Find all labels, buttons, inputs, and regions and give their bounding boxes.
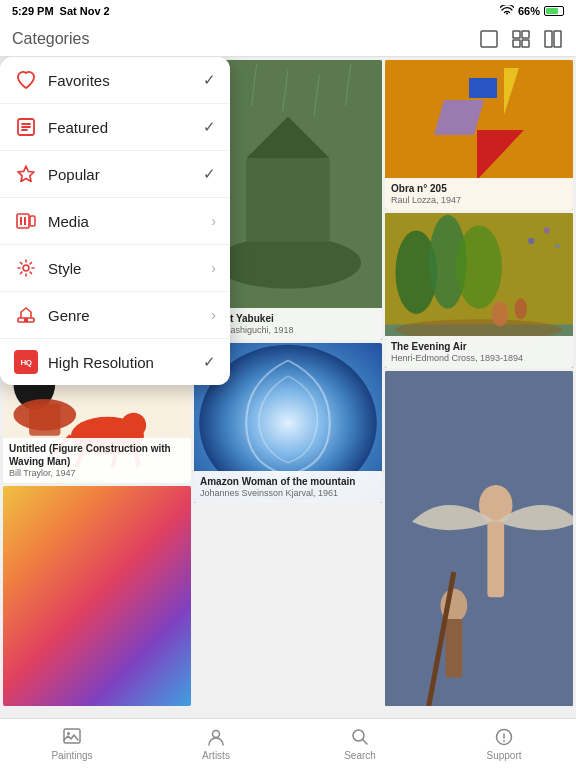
support-icon	[493, 726, 515, 748]
header: Categories	[0, 22, 576, 57]
svg-rect-3	[513, 40, 520, 47]
status-bar: 5:29 PM Sat Nov 2 66%	[0, 0, 576, 22]
svg-rect-68	[64, 729, 80, 743]
svg-line-72	[363, 740, 368, 745]
view-grid-icon[interactable]	[510, 28, 532, 50]
svg-rect-67	[24, 318, 28, 322]
svg-rect-64	[30, 216, 35, 226]
svg-rect-5	[545, 31, 552, 47]
svg-point-65	[23, 265, 29, 271]
wifi-icon	[500, 5, 514, 18]
paintings-label: Paintings	[51, 750, 92, 761]
popular-label: Popular	[48, 166, 193, 183]
svg-rect-0	[481, 31, 497, 47]
svg-rect-2	[522, 31, 529, 38]
header-actions	[478, 28, 564, 50]
search-label: Search	[344, 750, 376, 761]
featured-label: Featured	[48, 119, 193, 136]
tab-artists[interactable]: Artists	[144, 719, 288, 768]
menu-item-style[interactable]: Style ›	[0, 245, 230, 292]
menu-item-popular[interactable]: Popular ✓	[0, 151, 230, 198]
svg-point-69	[67, 732, 70, 735]
menu-item-featured[interactable]: Featured ✓	[0, 104, 230, 151]
popular-check: ✓	[203, 165, 216, 183]
media-label: Media	[48, 213, 201, 230]
svg-rect-6	[554, 31, 561, 47]
svg-rect-62	[20, 217, 22, 225]
favorites-label: Favorites	[48, 72, 193, 89]
style-label: Style	[48, 260, 201, 277]
featured-check: ✓	[203, 118, 216, 136]
svg-point-70	[213, 731, 220, 738]
tab-paintings[interactable]: Paintings	[0, 719, 144, 768]
status-date: Sat Nov 2	[60, 5, 110, 17]
content-area: Banjo Lesson Henry Ossawa Tanner, 1893	[0, 57, 576, 709]
view-columns-icon[interactable]	[542, 28, 564, 50]
heart-icon	[14, 68, 38, 92]
tab-support[interactable]: Support	[432, 719, 576, 768]
status-time: 5:29 PM	[12, 5, 54, 17]
genre-icon	[14, 303, 38, 327]
page-title: Categories	[12, 30, 89, 48]
style-icon	[14, 256, 38, 280]
hq-check: ✓	[203, 353, 216, 371]
paintings-icon	[61, 726, 83, 748]
battery-icon	[544, 6, 564, 16]
menu-item-media[interactable]: Media ›	[0, 198, 230, 245]
featured-icon	[14, 115, 38, 139]
view-single-icon[interactable]	[478, 28, 500, 50]
support-label: Support	[486, 750, 521, 761]
favorites-check: ✓	[203, 71, 216, 89]
hq-badge: HQ	[14, 350, 38, 374]
svg-rect-61	[17, 214, 29, 228]
media-icon	[14, 209, 38, 233]
star-icon	[14, 162, 38, 186]
genre-label: Genre	[48, 307, 201, 324]
menu-item-hq[interactable]: HQ High Resolution ✓	[0, 339, 230, 385]
menu-item-genre[interactable]: Genre ›	[0, 292, 230, 339]
battery-percent: 66%	[518, 5, 540, 17]
menu-item-favorites[interactable]: Favorites ✓	[0, 57, 230, 104]
svg-rect-1	[513, 31, 520, 38]
tab-search[interactable]: Search	[288, 719, 432, 768]
svg-rect-4	[522, 40, 529, 47]
style-chevron: ›	[211, 260, 216, 276]
search-icon	[349, 726, 371, 748]
dropdown-overlay[interactable]: Favorites ✓ Featured ✓	[0, 57, 576, 709]
artists-icon	[205, 726, 227, 748]
genre-chevron: ›	[211, 307, 216, 323]
hq-label: High Resolution	[48, 354, 193, 371]
artists-label: Artists	[202, 750, 230, 761]
tab-bar: Paintings Artists Search Support	[0, 718, 576, 768]
svg-rect-63	[24, 217, 26, 225]
categories-dropdown: Favorites ✓ Featured ✓	[0, 57, 230, 385]
media-chevron: ›	[211, 213, 216, 229]
